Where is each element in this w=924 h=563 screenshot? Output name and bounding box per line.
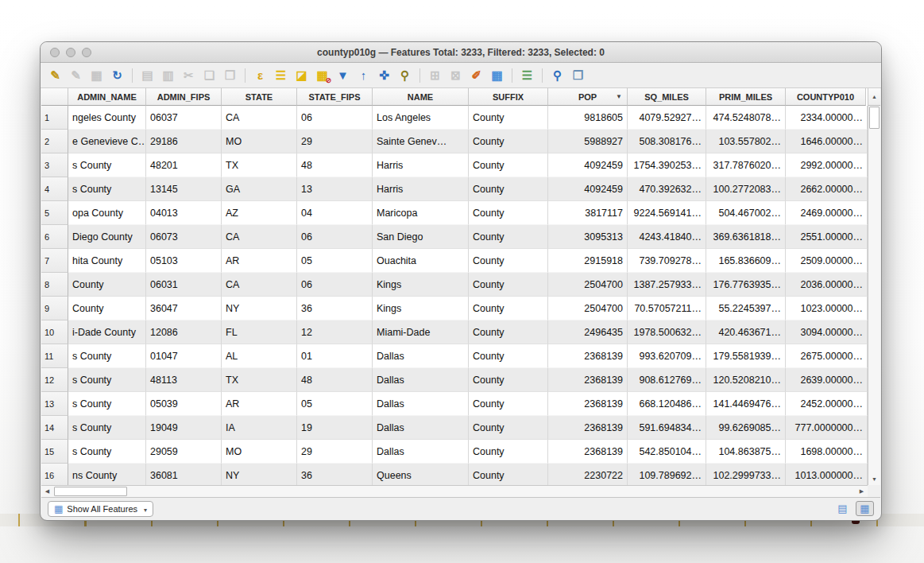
row-number[interactable]: 16: [41, 464, 68, 485]
scroll-up-icon[interactable]: ▲: [868, 88, 880, 106]
cell-prim_miles[interactable]: 120.5208210…: [706, 368, 786, 392]
column-header-sq_miles[interactable]: SQ_MILES: [628, 88, 706, 106]
cell-prim_miles[interactable]: 176.7763935…: [706, 273, 786, 297]
row-number[interactable]: 15: [41, 440, 68, 464]
select-by-expression-icon[interactable]: ε: [250, 65, 270, 85]
cell-suffix[interactable]: County: [469, 392, 548, 416]
multiedit-features-icon[interactable]: ✎: [66, 65, 86, 85]
cell-suffix[interactable]: County: [469, 106, 548, 130]
cell-admin_fips[interactable]: 13145: [146, 177, 222, 201]
cell-pop[interactable]: 2504700: [548, 297, 628, 320]
column-header-prim_miles[interactable]: PRIM_MILES: [706, 88, 786, 106]
cell-countyp010[interactable]: 2639.00000…: [786, 368, 868, 392]
cell-admin_name[interactable]: Diego County: [68, 225, 146, 249]
cell-state[interactable]: TX: [222, 153, 297, 177]
cell-admin_fips[interactable]: 06037: [146, 106, 222, 130]
cell-state[interactable]: IA: [222, 416, 297, 440]
move-selection-to-top-icon[interactable]: ↑: [354, 65, 373, 85]
cell-state[interactable]: NY: [222, 464, 297, 485]
cell-suffix[interactable]: County: [469, 201, 548, 225]
cell-state_fips[interactable]: 19: [297, 416, 373, 440]
cell-suffix[interactable]: County: [469, 130, 548, 153]
table-settings-icon[interactable]: ☰: [517, 65, 537, 85]
new-field-icon[interactable]: ⊞: [425, 65, 445, 85]
cell-prim_miles[interactable]: 103.557802…: [706, 130, 786, 153]
cell-name[interactable]: Dallas: [373, 392, 469, 416]
feature-filter-dropdown[interactable]: ▦ Show All Features ▾: [48, 501, 153, 517]
cell-prim_miles[interactable]: 99.6269085…: [706, 416, 786, 440]
column-header-admin_fips[interactable]: ADMIN_FIPS: [146, 88, 222, 106]
search-widget-icon[interactable]: ⚲: [547, 65, 567, 85]
cell-admin_fips[interactable]: 05039: [146, 392, 222, 416]
delete-features-icon[interactable]: ▥: [158, 65, 178, 85]
row-number[interactable]: 8: [41, 273, 68, 297]
cell-sq_miles[interactable]: 109.789692…: [628, 464, 706, 485]
cell-state_fips[interactable]: 06: [297, 225, 373, 249]
cell-pop[interactable]: 2496435: [548, 320, 628, 344]
save-edits-icon[interactable]: ▦: [87, 65, 106, 85]
cell-prim_miles[interactable]: 317.7876020…: [706, 153, 786, 177]
cell-suffix[interactable]: County: [469, 297, 548, 320]
cell-admin_fips[interactable]: 48113: [146, 368, 222, 392]
cell-admin_fips[interactable]: 05103: [146, 249, 222, 273]
vertical-scrollbar[interactable]: ▲ ▼: [868, 88, 880, 485]
cell-suffix[interactable]: County: [469, 177, 548, 201]
row-number[interactable]: 12: [41, 368, 68, 392]
cell-admin_fips[interactable]: 29186: [146, 130, 222, 153]
cell-state_fips[interactable]: 04: [297, 201, 373, 225]
cell-admin_fips[interactable]: 48201: [146, 153, 222, 177]
cell-admin_name[interactable]: s County: [68, 368, 146, 392]
cell-countyp010[interactable]: 2469.00000…: [786, 201, 868, 225]
horizontal-scrollbar[interactable]: ◀ ▶: [41, 485, 868, 497]
cell-name[interactable]: Harris: [373, 153, 469, 177]
select-all-icon[interactable]: ☰: [271, 65, 291, 85]
scroll-right-icon[interactable]: ▶: [856, 486, 868, 497]
cell-suffix[interactable]: County: [469, 416, 548, 440]
cell-name[interactable]: Queens: [373, 464, 469, 485]
cell-sq_miles[interactable]: 1387.257933…: [628, 273, 706, 297]
cell-countyp010[interactable]: 2509.00000…: [786, 249, 868, 273]
cell-countyp010[interactable]: 2036.00000…: [786, 273, 868, 297]
cell-prim_miles[interactable]: 141.4469476…: [706, 392, 786, 416]
delete-field-icon[interactable]: ⊠: [446, 65, 466, 85]
cell-admin_name[interactable]: ns County: [68, 464, 146, 485]
cell-pop[interactable]: 2230722: [548, 464, 628, 485]
invert-selection-icon[interactable]: ◪: [292, 65, 311, 85]
cell-state_fips[interactable]: 06: [297, 273, 373, 297]
cell-admin_name[interactable]: s County: [68, 177, 146, 201]
deselect-all-icon[interactable]: ▦⊘: [312, 65, 332, 85]
cell-name[interactable]: Miami-Dade: [373, 320, 469, 344]
cell-admin_fips[interactable]: 19049: [146, 416, 222, 440]
cut-features-icon[interactable]: ✂: [179, 65, 199, 85]
cell-pop[interactable]: 2368139: [548, 416, 628, 440]
cell-sq_miles[interactable]: 591.694834…: [628, 416, 706, 440]
cell-name[interactable]: Dallas: [373, 344, 469, 368]
row-number[interactable]: 4: [41, 177, 68, 201]
row-number[interactable]: 3: [41, 153, 68, 177]
cell-prim_miles[interactable]: 369.6361818…: [706, 225, 786, 249]
cell-suffix[interactable]: County: [469, 153, 548, 177]
dock-table-icon[interactable]: ❐: [568, 65, 588, 85]
row-number[interactable]: 7: [41, 249, 68, 273]
cell-countyp010[interactable]: 2675.00000…: [786, 344, 868, 368]
cell-admin_name[interactable]: s County: [68, 416, 146, 440]
column-header-pop[interactable]: POP▼: [548, 88, 628, 106]
cell-state[interactable]: AZ: [222, 201, 297, 225]
cell-pop[interactable]: 2915918: [548, 249, 628, 273]
cell-prim_miles[interactable]: 104.863875…: [706, 440, 786, 464]
cell-state[interactable]: AR: [222, 249, 297, 273]
cell-admin_name[interactable]: hita County: [68, 249, 146, 273]
cell-pop[interactable]: 2368139: [548, 392, 628, 416]
cell-sq_miles[interactable]: 993.620709…: [628, 344, 706, 368]
cell-admin_name[interactable]: s County: [68, 153, 146, 177]
reload-table-icon[interactable]: ↻: [107, 65, 127, 85]
cell-suffix[interactable]: County: [469, 320, 548, 344]
cell-prim_miles[interactable]: 179.5581939…: [706, 344, 786, 368]
cell-state[interactable]: NY: [222, 297, 297, 320]
cell-admin_name[interactable]: County: [68, 273, 146, 297]
minimize-button[interactable]: [66, 48, 75, 57]
cell-sq_miles[interactable]: 1978.500632…: [628, 320, 706, 344]
cell-countyp010[interactable]: 2334.00000…: [786, 106, 868, 130]
table-view-button[interactable]: ▦: [856, 501, 874, 516]
column-header-name[interactable]: NAME: [373, 88, 469, 106]
